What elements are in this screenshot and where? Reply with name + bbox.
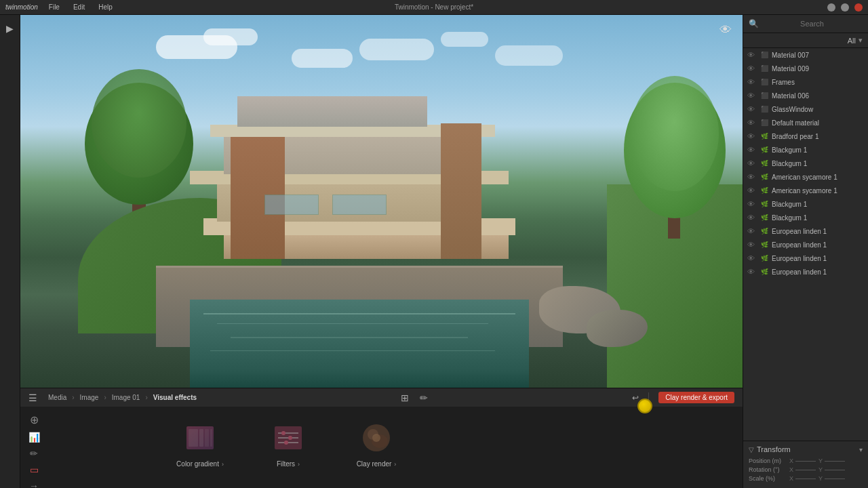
minimize-button[interactable] [827, 3, 835, 12]
viewport[interactable]: 👁 [20, 15, 743, 388]
material-item[interactable]: 👁🌿Blackgum 1 [743, 143, 868, 157]
cloud [203, 28, 258, 45]
svg-point-11 [284, 441, 288, 445]
material-eye-icon[interactable]: 👁 [747, 254, 757, 262]
material-eye-icon[interactable]: 👁 [747, 159, 757, 167]
material-item[interactable]: 👁🌿Blackgum 1 [743, 211, 868, 224]
left-panel: ▶ [0, 15, 20, 488]
material-item[interactable]: 👁🌿European linden 1 [743, 265, 868, 279]
material-eye-icon[interactable]: 👁 [747, 227, 757, 235]
material-type-icon: ⬛ [760, 50, 769, 60]
breadcrumb-image01[interactable]: Image 01 [112, 394, 140, 401]
material-item[interactable]: 👁🌿American sycamore 1 [743, 184, 868, 197]
all-label: All [848, 37, 856, 45]
color-gradient-card[interactable]: Color gradient › [156, 419, 244, 468]
undo-button[interactable]: ↩ [632, 393, 639, 403]
clay-render-icon-box [353, 419, 400, 456]
transform-rotation-row: Rotation (°) X Y [749, 466, 863, 473]
material-type-icon: ⬛ [760, 77, 769, 87]
breadcrumb-image[interactable]: Image [80, 394, 99, 401]
material-item[interactable]: 👁🌿Blackgum 1 [743, 197, 868, 211]
rotation-y-field: Y [818, 466, 845, 473]
material-eye-icon[interactable]: 👁 [747, 92, 757, 100]
material-item[interactable]: 👁🌿Blackgum 1 [743, 157, 868, 170]
svg-point-10 [288, 436, 292, 440]
material-eye-icon[interactable]: 👁 [747, 214, 757, 222]
filters-card[interactable]: Filters › [244, 419, 332, 468]
close-button[interactable] [854, 3, 863, 12]
transform-collapse-icon[interactable]: ▽ [749, 446, 754, 453]
search-input[interactable] [762, 20, 863, 28]
material-eye-icon[interactable]: 👁 [747, 64, 757, 73]
effect-cards-container: Color gradient › [61, 413, 420, 468]
menu-help[interactable]: Help [96, 2, 115, 12]
building-top [237, 96, 427, 127]
material-eye-icon[interactable]: 👁 [747, 200, 757, 208]
material-item[interactable]: 👁🌿European linden 1 [743, 224, 868, 238]
play-button[interactable]: ▶ [3, 22, 17, 35]
material-name: Blackgum 1 [772, 146, 807, 154]
svg-rect-3 [205, 429, 209, 447]
material-eye-icon[interactable]: 👁 [747, 268, 757, 276]
breadcrumb-media[interactable]: Media [48, 394, 66, 401]
right-panel: 🔍 All ▾ 👁⬛Material 007👁⬛Material 009👁⬛Fr… [743, 15, 868, 488]
rotation-label: Rotation (°) [749, 466, 789, 473]
material-type-icon: ⬛ [760, 91, 769, 100]
titlebar: twinmotion File Edit Help Twinmotion - N… [0, 0, 868, 15]
clay-render-label: Clay render › [357, 460, 397, 468]
material-eye-icon[interactable]: 👁 [747, 173, 757, 181]
material-name: Blackgum 1 [772, 160, 807, 167]
material-item[interactable]: 👁⬛Material 007 [743, 48, 868, 62]
effects-sidebar-icon-3[interactable]: ✏ [30, 448, 38, 459]
material-item[interactable]: 👁⬛Material 009 [743, 62, 868, 75]
menu-file[interactable]: File [46, 2, 62, 12]
material-name: GlassWindow [772, 106, 813, 113]
search-icon: 🔍 [749, 19, 759, 28]
material-type-icon: 🌿 [760, 226, 769, 236]
effects-sidebar-icon-1[interactable]: ⊕ [30, 413, 39, 426]
all-dropdown[interactable]: All ▾ [743, 33, 868, 48]
material-item[interactable]: 👁🌿European linden 1 [743, 251, 868, 265]
svg-point-9 [281, 431, 285, 435]
layout-icon-button[interactable]: ⊞ [398, 391, 412, 405]
material-item[interactable]: 👁⬛Frames [743, 75, 868, 89]
clay-render-card[interactable]: Clay render › [332, 419, 420, 468]
material-name: Frames [772, 79, 795, 86]
material-eye-icon[interactable]: 👁 [747, 51, 757, 59]
breadcrumb-sep-3: › [145, 394, 147, 401]
material-eye-icon[interactable]: 👁 [747, 78, 757, 86]
material-eye-icon[interactable]: 👁 [747, 119, 757, 127]
material-name: Blackgum 1 [772, 214, 807, 222]
render-button[interactable]: Clay render & export [658, 392, 734, 403]
maximize-button[interactable] [841, 3, 849, 12]
pencil-icon-button[interactable]: ✏ [417, 391, 431, 405]
transform-scale-row: Scale (%) X Y [749, 475, 863, 482]
material-eye-icon[interactable]: 👁 [747, 146, 757, 154]
svg-rect-2 [199, 429, 203, 447]
material-eye-icon[interactable]: 👁 [747, 132, 757, 140]
effects-sidebar-icon-4[interactable]: ▭ [30, 464, 39, 475]
window-1 [264, 195, 319, 215]
material-type-icon: 🌿 [760, 199, 769, 209]
material-item[interactable]: 👁⬛GlassWindow [743, 102, 868, 116]
menu-edit[interactable]: Edit [71, 2, 87, 12]
material-eye-icon[interactable]: 👁 [747, 105, 757, 113]
material-item[interactable]: 👁⬛Material 006 [743, 89, 868, 102]
bottom-toolbar: ☰ Media › Image › Image 01 › Visual effe… [20, 388, 743, 407]
clay-render-label-text: Clay render [357, 460, 392, 468]
breadcrumb-visual-effects[interactable]: Visual effects [153, 394, 197, 401]
materials-list: 👁⬛Material 007👁⬛Material 009👁⬛Frames👁⬛Ma… [743, 48, 868, 441]
titlebar-left: twinmotion File Edit Help [5, 2, 115, 12]
material-item[interactable]: 👁🌿European linden 1 [743, 238, 868, 251]
effects-sidebar-icon-5[interactable]: → [29, 481, 39, 488]
transform-chevron-icon[interactable]: ▾ [859, 446, 863, 453]
material-item[interactable]: 👁⬛Default material [743, 116, 868, 129]
material-eye-icon[interactable]: 👁 [747, 241, 757, 249]
material-eye-icon[interactable]: 👁 [747, 186, 757, 195]
viewport-eye-icon[interactable]: 👁 [719, 23, 732, 37]
hamburger-menu-button[interactable]: ☰ [28, 392, 37, 403]
effects-sidebar-icon-2[interactable]: 📊 [28, 432, 40, 443]
material-item[interactable]: 👁🌿American sycamore 1 [743, 170, 868, 184]
material-item[interactable]: 👁🌿Bradford pear 1 [743, 129, 868, 143]
breadcrumb-sep-1: › [72, 394, 74, 401]
